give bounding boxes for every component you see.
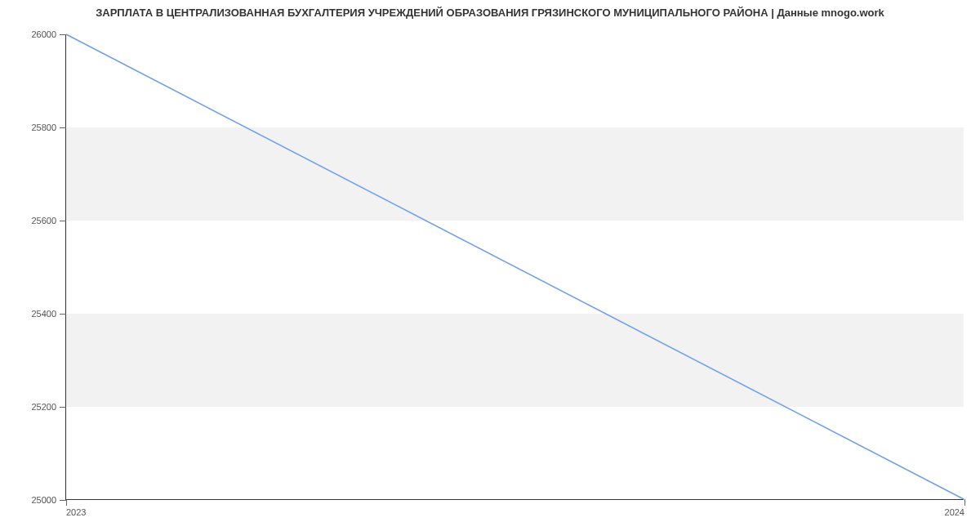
x-tick-label: 2024 (945, 507, 964, 517)
x-tick (66, 499, 67, 506)
y-tick-label: 25200 (31, 402, 56, 412)
y-tick-label: 25600 (31, 216, 56, 225)
y-tick (60, 500, 66, 501)
line-layer (66, 34, 964, 499)
chart-title: ЗАРПЛАТА В ЦЕНТРАЛИЗОВАННАЯ БУХГАЛТЕРИЯ … (0, 7, 980, 19)
chart-container: ЗАРПЛАТА В ЦЕНТРАЛИЗОВАННАЯ БУХГАЛТЕРИЯ … (0, 0, 980, 531)
y-tick-label: 25800 (31, 123, 56, 132)
y-tick-label: 26000 (31, 29, 56, 39)
plot-area: 25000252002540025600258002600020232024 (65, 34, 964, 500)
y-tick-label: 25400 (31, 309, 56, 319)
x-tick-label: 2023 (66, 507, 86, 517)
y-tick (60, 221, 66, 221)
y-tick (60, 127, 66, 128)
y-tick-label: 25000 (31, 495, 56, 505)
y-tick (60, 34, 66, 35)
x-tick (964, 499, 965, 506)
series-line (66, 34, 964, 499)
y-tick (60, 407, 66, 408)
y-tick (60, 314, 66, 315)
